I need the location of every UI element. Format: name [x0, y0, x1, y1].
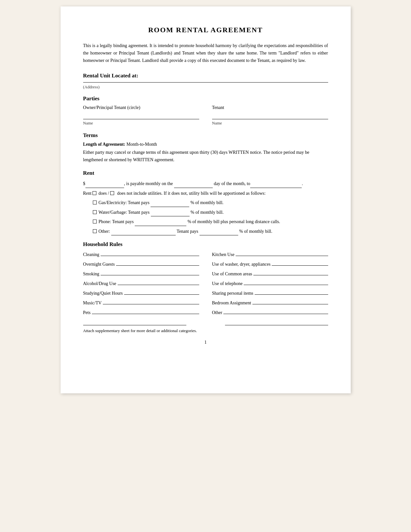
owner-name-label: Name — [83, 121, 199, 126]
other-label: Other — [212, 310, 222, 315]
parties-labels-row: Owner/Principal Tenant (circle) Tenant — [83, 105, 328, 113]
notice-text: Either party may cancel or change terms … — [83, 149, 328, 163]
tenant-sig-col: Name — [212, 113, 328, 126]
alcohol-line — [118, 280, 199, 285]
water-label: Water/Garbage: Tenant pays % of monthly … — [99, 209, 224, 216]
rent-payee-blank — [250, 180, 302, 188]
address-field-label: (Address) — [83, 84, 328, 90]
terms-section: Terms Length of Agreement: Month-to-Mont… — [83, 132, 328, 163]
sharing-line — [255, 290, 328, 295]
household-studying: Studying/Quiet Hours — [83, 290, 199, 296]
telephone-label: Use of telephone — [212, 281, 243, 286]
household-music: Music/TV — [83, 299, 199, 306]
utility-other-item: Other: Tenant pays % of monthly bill. — [93, 228, 328, 235]
rent-amount-blank — [85, 180, 124, 188]
water-checkbox[interactable] — [93, 210, 97, 214]
owner-sig-col: Name — [83, 113, 199, 126]
household-bedroom: Bedroom Assignment — [212, 299, 328, 306]
owner-label: Owner/Principal Tenant (circle) — [83, 105, 199, 110]
household-washer: Use of washer, dryer, appliances — [212, 261, 328, 267]
other-util-label: Other: Tenant pays % of monthly bill. — [99, 228, 272, 235]
phone-blank — [135, 218, 186, 226]
sig-gap — [199, 325, 212, 326]
footer-note: Attach supplementary sheet for more deta… — [83, 328, 328, 333]
signature-row — [83, 325, 328, 326]
document-page: ROOM RENTAL AGREEMENT This is a legally … — [61, 6, 351, 393]
rent-day-blank — [174, 180, 213, 188]
household-right-col: Kitchen Use Use of washer, dryer, applia… — [212, 251, 328, 319]
sig-line-right — [225, 325, 328, 326]
length-of-agreement-line: Length of Agreement: Month-to-Month — [83, 142, 328, 147]
studying-line — [124, 290, 199, 295]
length-value: Month-to-Month — [126, 142, 157, 147]
smoking-label: Smoking — [83, 271, 100, 277]
tenant-name-label: Name — [212, 121, 328, 126]
rent-heading: Rent — [83, 170, 328, 176]
overnight-label: Overnight Guests — [83, 262, 115, 267]
kitchen-label: Kitchen Use — [212, 252, 235, 257]
page-number: 1 — [83, 340, 328, 345]
household-kitchen: Kitchen Use — [212, 251, 328, 257]
parties-section: Parties Owner/Principal Tenant (circle) … — [83, 95, 328, 126]
household-left-col: Cleaning Overnight Guests Smoking Alcoho… — [83, 251, 199, 319]
pets-line — [92, 309, 199, 314]
common-line — [253, 270, 328, 275]
utility-phone-item: Phone: Tenant pays % of monthly bill plu… — [93, 218, 328, 226]
music-label: Music/TV — [83, 300, 102, 306]
tenant-sig-line — [212, 113, 328, 119]
gas-blank — [151, 199, 189, 207]
alcohol-label: Alcohol/Drug Use — [83, 281, 116, 286]
telephone-line — [244, 280, 328, 285]
intro-paragraph: This is a legally binding agreement. It … — [83, 42, 328, 64]
household-rules-section: Household Rules Cleaning Overnight Guest… — [83, 241, 328, 319]
phone-checkbox[interactable] — [93, 220, 97, 223]
bedroom-line — [252, 299, 328, 304]
household-common: Use of Common areas — [212, 270, 328, 277]
rent-line-2: Rent does / does not include utilities. … — [83, 189, 328, 197]
household-rules-heading: Household Rules — [83, 241, 328, 248]
length-label: Length of Agreement: — [83, 142, 125, 147]
gas-checkbox[interactable] — [93, 201, 97, 204]
parties-heading: Parties — [83, 95, 328, 102]
household-cleaning: Cleaning — [83, 251, 199, 257]
terms-heading: Terms — [83, 132, 328, 139]
household-telephone: Use of telephone — [212, 280, 328, 286]
address-line — [83, 82, 328, 83]
household-overnight: Overnight Guests — [83, 261, 199, 267]
rent-line-1: $ , is payable monthly on the day of the… — [83, 180, 328, 188]
washer-label: Use of washer, dryer, appliances — [212, 262, 271, 267]
utility-water-item: Water/Garbage: Tenant pays % of monthly … — [93, 209, 328, 216]
other-util-pct-blank — [200, 228, 238, 235]
sig-line-left — [83, 325, 186, 326]
household-pets: Pets — [83, 309, 199, 315]
other-util-checkbox[interactable] — [93, 229, 97, 233]
household-rules-grid: Cleaning Overnight Guests Smoking Alcoho… — [83, 251, 328, 319]
common-label: Use of Common areas — [212, 271, 252, 277]
smoking-line — [101, 270, 199, 275]
bedroom-label: Bedroom Assignment — [212, 300, 251, 306]
utility-gas-item: Gas/Electricity: Tenant pays % of monthl… — [93, 199, 328, 207]
parties-signature-row: Name Name — [83, 113, 328, 126]
rental-unit-heading: Rental Unit Located at: — [83, 73, 328, 79]
pets-label: Pets — [83, 310, 91, 315]
washer-line — [272, 261, 328, 266]
owner-sig-line — [83, 113, 199, 119]
rent-section: Rent $ , is payable monthly on the day o… — [83, 170, 328, 235]
overnight-line — [116, 261, 199, 266]
rent-doesnot-checkbox[interactable] — [110, 191, 114, 195]
studying-label: Studying/Quiet Hours — [83, 291, 123, 296]
owner-col: Owner/Principal Tenant (circle) — [83, 105, 199, 113]
tenant-col: Tenant — [212, 105, 328, 113]
household-sharing: Sharing personal items — [212, 290, 328, 296]
music-line — [103, 299, 199, 304]
household-alcohol: Alcohol/Drug Use — [83, 280, 199, 286]
other-line — [223, 309, 328, 314]
rental-unit-section: Rental Unit Located at: (Address) — [83, 73, 328, 90]
kitchen-line — [236, 251, 328, 256]
household-other: Other — [212, 309, 328, 315]
other-util-blank — [111, 228, 176, 235]
gas-label: Gas/Electricity: Tenant pays % of monthl… — [99, 199, 224, 207]
household-smoking: Smoking — [83, 270, 199, 277]
tenant-label: Tenant — [212, 105, 328, 110]
rent-does-checkbox[interactable] — [93, 191, 96, 195]
